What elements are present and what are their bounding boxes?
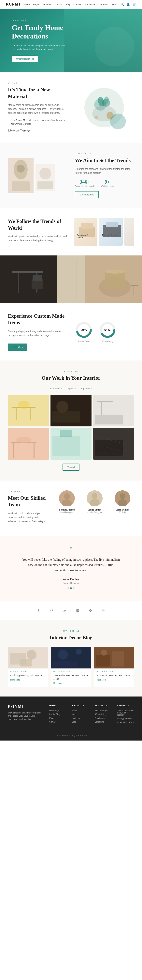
quote-dot-1[interactable]: [68, 587, 69, 589]
card-more[interactable]: ›: [124, 218, 134, 246]
svg-rect-60: [60, 430, 72, 437]
svg-rect-47: [52, 410, 80, 423]
card-furniture-label: Furniture & Decor: [77, 234, 94, 239]
footer-tagline: We Collaborate with Ambitious Brands and…: [8, 711, 43, 721]
view-all-button[interactable]: View All: [63, 463, 79, 471]
svg-rect-59: [52, 436, 80, 456]
footer-link-consulting[interactable]: Consulting: [95, 721, 111, 723]
footer-link-contact[interactable]: Contact: [49, 721, 66, 723]
custom-made-section: Experience Custom Made Items Creating a …: [0, 303, 142, 361]
social-section: ✦ ↺ ℘ ⊠ ✤ ✂: [0, 601, 142, 620]
footer-brand: RONMI We Collaborate with Ambitious Bran…: [8, 705, 43, 725]
blog-post-1-title: Exploring New Ways of Decorating: [10, 674, 46, 677]
social-icon-2[interactable]: ↺: [48, 607, 55, 614]
work-item-2[interactable]: [50, 395, 92, 426]
work-item-3[interactable]: [93, 395, 134, 426]
nav-homewear[interactable]: Homewear: [84, 3, 95, 6]
footer-link-work[interactable]: Work: [72, 713, 89, 716]
blog-post-1-read[interactable]: Read More: [10, 679, 46, 681]
nav-pages[interactable]: Pages: [33, 3, 39, 6]
footer-link-home-style[interactable]: Home Style: [49, 710, 66, 712]
search-icon[interactable]: 🔍: [120, 3, 124, 6]
quote-mark: ": [16, 548, 126, 553]
hero-decoration: [95, 27, 134, 66]
footer-col-contact: Contact Your address goes here, Some loc…: [117, 705, 134, 725]
trends-cta-button[interactable]: More About Us: [75, 191, 99, 198]
nav-news[interactable]: News: [112, 3, 117, 6]
hero-title: Get Tendy Home Decorations: [12, 24, 67, 40]
footer-email[interactable]: email@email.com: [117, 718, 134, 720]
nav-course[interactable]: Course: [55, 3, 62, 6]
card-furniture[interactable]: Furniture & Decor: [74, 218, 98, 246]
trends-image-2: [36, 164, 55, 191]
footer-link-team[interactable]: Team: [72, 710, 89, 712]
svg-rect-41: [8, 395, 49, 426]
nav-home[interactable]: Home: [24, 3, 30, 6]
donut-interior: 70% Interior Build: [75, 321, 93, 342]
svg-point-11: [17, 165, 25, 173]
user-icon[interactable]: 👤: [126, 3, 130, 6]
svg-rect-19: [0, 256, 57, 303]
nav-links: Home Pages Features Course Blog Contact …: [24, 3, 117, 6]
custom-title: Experience Custom Made Items: [8, 313, 67, 326]
cart-icon[interactable]: 🛒: [133, 3, 136, 6]
blog-post-1: INTERIOR DECOR Exploring New Ways of Dec…: [8, 647, 48, 687]
quote-dot-2[interactable]: [70, 587, 72, 589]
work-tab-featured[interactable]: Our Featured: [50, 387, 63, 390]
svg-rect-10: [12, 181, 30, 191]
svg-point-79: [58, 650, 68, 660]
svg-rect-83: [96, 655, 110, 667]
nav-corporate[interactable]: Corporate: [99, 3, 108, 6]
svg-rect-21: [18, 273, 19, 293]
footer-link-3d[interactable]: 3D Modelling: [95, 713, 111, 716]
svg-text:70%: 70%: [80, 328, 87, 331]
footer-col-services-title: Services: [95, 705, 111, 707]
social-icon-4[interactable]: ⊠: [74, 607, 81, 614]
work-tab-interior[interactable]: Top Interior: [81, 387, 92, 390]
work-item-4[interactable]: [8, 428, 49, 460]
svg-rect-77: [20, 659, 32, 667]
member-3-name: Alan Miller: [111, 508, 134, 511]
work-tabs: Our Featured Top-Notch Top Interior: [8, 387, 134, 390]
footer-link-features[interactable]: Features: [72, 717, 89, 719]
team-member-2: Anne Smith Interior Designer: [83, 490, 106, 527]
footer-link-architecture[interactable]: Architecture: [95, 717, 111, 719]
card-exterior[interactable]: Exterior Design: [99, 218, 123, 246]
work-item-1[interactable]: [8, 395, 49, 426]
image-strip: [0, 256, 142, 303]
social-icon-1[interactable]: ✦: [35, 607, 42, 614]
work-item-6[interactable]: [93, 428, 134, 460]
our-work-section: PORTFOLIO Our Work in Your Interior Our …: [0, 361, 142, 480]
work-item-5[interactable]: [50, 428, 92, 460]
footer-link-interior-design[interactable]: Interior Design: [95, 710, 111, 712]
footer-link-interior-blog[interactable]: Interior Blog: [49, 713, 66, 716]
footer: RONMI We Collaborate with Ambitious Bran…: [0, 697, 142, 741]
nav-contact[interactable]: Contact: [73, 3, 81, 6]
custom-cta-button[interactable]: Let's Work: [8, 344, 27, 351]
social-icon-6[interactable]: ✂: [100, 607, 107, 614]
footer-col-about: About Us Team Work Features Blog: [72, 705, 89, 725]
work-tab-notch[interactable]: Top-Notch: [67, 387, 77, 390]
nav-features[interactable]: Features: [43, 3, 52, 6]
nav-blog[interactable]: Blog: [65, 3, 70, 6]
svg-point-72: [120, 493, 125, 499]
follow-title: We Follow the Trends of World: [8, 218, 68, 231]
new-material-title: It's Time for a New Material: [8, 86, 68, 100]
footer-link-pages[interactable]: Pages: [49, 717, 66, 719]
blog-post-2-read[interactable]: Read More: [54, 682, 89, 684]
blog-post-2: INTERIOR DECOR Handmade Pieces that Took…: [51, 647, 91, 687]
footer-link-blog[interactable]: Blog: [72, 721, 89, 723]
stat-projects-label: Accomplished Projects: [75, 185, 95, 187]
svg-point-7: [94, 116, 98, 119]
nav-logo[interactable]: RONMI: [6, 2, 21, 6]
hero-subtitle: Our design solutions inspire provides wi…: [12, 44, 67, 51]
social-icon-3[interactable]: ℘: [61, 607, 68, 614]
svg-rect-20: [12, 271, 43, 273]
svg-rect-33: [131, 285, 139, 286]
footer-logo: RONMI: [8, 705, 43, 709]
quote-dot-3[interactable]: [73, 587, 74, 589]
blog-post-3-read[interactable]: Read More: [96, 679, 132, 681]
team-text: Work with us to understand your business…: [8, 511, 47, 523]
hero-cta-button[interactable]: Order Decorations: [12, 56, 38, 62]
social-icon-5[interactable]: ✤: [87, 607, 94, 614]
